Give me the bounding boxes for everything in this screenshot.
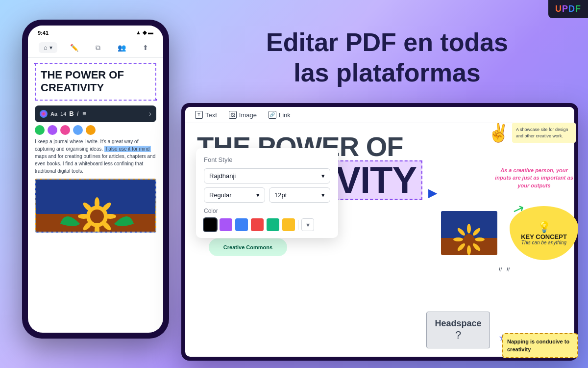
creative-commons-button[interactable]: Creative Commons — [209, 238, 287, 256]
hero-title-line1: Editar PDF en todas — [266, 28, 508, 56]
link-tool[interactable]: 🔗 Link — [269, 111, 291, 119]
text-icon: T — [195, 111, 203, 119]
phone-pen-icon[interactable]: ✏️ — [67, 41, 81, 54]
color-pink[interactable] — [60, 125, 70, 135]
style-dropdown-icon: ▾ — [256, 191, 260, 199]
phone-time: 9:41 — [38, 30, 49, 36]
font-style-panel: Font Style Rajdhanji ▾ Regular ▾ 12pt ▾ … — [196, 148, 338, 238]
svg-point-18 — [475, 237, 485, 241]
color-section-label: Color — [204, 208, 330, 214]
headspace-box: Headspace ? — [426, 312, 490, 348]
align-button[interactable]: ≡ — [82, 110, 86, 117]
key-concept-title: KEY CONCEPT — [521, 234, 567, 240]
hero-title-line2: las plataformas — [294, 58, 481, 87]
headspace-question: ? — [455, 329, 461, 342]
text-tool[interactable]: T Text — [195, 111, 217, 119]
color-green[interactable] — [35, 125, 45, 135]
font-aa-label: Aa — [50, 111, 57, 117]
creative-commons-label: Creative Commons — [223, 244, 272, 250]
hero-text: Editar PDF en todas las plataformas — [211, 27, 564, 88]
phone-screen: 9:41 ▲ ◆ ▬ ⌂▾ ✏️ ⧉ 👥 ⬆ THE POWER OF CREA… — [28, 26, 163, 333]
phone-icons: ▲ ◆ ▬ — [136, 29, 153, 36]
napping-box: Napping is conducive to creativity — [502, 333, 578, 358]
swatch-yellow[interactable] — [282, 218, 295, 231]
svg-point-3 — [90, 210, 104, 223]
color-blue[interactable] — [73, 125, 83, 135]
divider — [298, 220, 298, 230]
headspace-label: Headspace — [435, 318, 481, 329]
phone-mockup: 9:41 ▲ ◆ ▬ ⌂▾ ✏️ ⧉ 👥 ⬆ THE POWER OF CREA… — [22, 20, 169, 339]
image-label: Image — [239, 111, 257, 119]
font-name-value: Rajdhanji — [209, 172, 236, 180]
phone-status-bar: 9:41 ▲ ◆ ▬ — [28, 26, 163, 38]
svg-point-6 — [104, 214, 116, 219]
link-icon: 🔗 — [269, 111, 276, 119]
font-name-row: Rajdhanji ▾ — [204, 168, 330, 184]
peace-emoji: ✌️ — [488, 123, 510, 143]
svg-point-10 — [78, 214, 90, 219]
phone-toolbar[interactable]: ⌂▾ ✏️ ⧉ 👥 ⬆ — [28, 38, 163, 58]
phone-title-box: THE POWER OF CREATIVITY — [35, 63, 156, 101]
font-size-label: 14 — [60, 111, 66, 117]
svg-point-4 — [95, 197, 99, 209]
tablet-toolbar: T Text 🖼 Image 🔗 Link — [185, 107, 574, 123]
phone-users-icon[interactable]: 👥 — [115, 41, 128, 54]
updf-logo: UPDF — [548, 0, 588, 18]
highlighted-text: I also use it for mind — [104, 146, 151, 152]
size-dropdown-icon: ▾ — [321, 191, 325, 199]
phone-copy-icon[interactable]: ⧉ — [91, 41, 105, 54]
sunflower-svg — [36, 180, 156, 233]
logo-p: P — [562, 4, 568, 14]
sunflower-photo-right — [441, 211, 497, 255]
link-label: Link — [279, 111, 291, 119]
color-row — [35, 125, 156, 135]
font-panel-title: Font Style — [204, 156, 330, 163]
color-purple[interactable] — [48, 125, 57, 135]
bulb-icon: 💡 — [538, 221, 551, 234]
phone-document-title: THE POWER OF CREATIVITY — [41, 69, 150, 95]
font-name-select[interactable]: Rajdhanji ▾ — [204, 168, 330, 184]
swatch-red[interactable] — [251, 218, 264, 231]
font-size-select[interactable]: 12pt ▾ — [269, 187, 330, 203]
phone-share-icon[interactable]: ⬆ — [139, 41, 152, 54]
image-tool[interactable]: 🖼 Image — [229, 111, 257, 119]
sunflower-svg-right — [441, 211, 497, 255]
swatch-black[interactable] — [204, 218, 217, 231]
font-style-size-row: Regular ▾ 12pt ▾ — [204, 187, 330, 203]
swatch-blue[interactable] — [235, 218, 248, 231]
phone-sunflower-image — [35, 179, 156, 233]
font-style-select[interactable]: Regular ▾ — [204, 187, 265, 203]
more-colors-button[interactable]: ▾ — [301, 218, 314, 231]
svg-point-22 — [453, 237, 463, 241]
font-size-value: 12pt — [274, 191, 287, 199]
italic-button[interactable]: I — [77, 110, 79, 117]
svg-point-20 — [467, 245, 471, 255]
image-icon: 🖼 — [229, 111, 237, 119]
logo-d: D — [568, 4, 575, 14]
italic-quote: As a creative person, your inputs are ju… — [495, 167, 573, 189]
swatch-green[interactable] — [267, 218, 279, 231]
key-concept-sub: This can be anything — [521, 240, 566, 245]
logo-f: F — [575, 4, 581, 14]
font-style-value: Regular — [209, 191, 232, 199]
color-orange[interactable] — [86, 125, 96, 135]
svg-point-16 — [467, 224, 471, 234]
logo-u: U — [555, 4, 562, 14]
squiggle-deco: 〃〃 — [496, 265, 512, 275]
bold-button[interactable]: B — [69, 110, 74, 117]
svg-point-15 — [464, 234, 474, 245]
sunflower-photo-bg — [441, 211, 497, 255]
font-dropdown-icon: ▾ — [321, 172, 325, 180]
swatch-purple[interactable] — [220, 218, 232, 231]
phone-body-text: I keep a journal where I write. It's a g… — [35, 138, 156, 175]
phone-content: THE POWER OF CREATIVITY Aa 14 B I ≡ › I … — [28, 58, 163, 237]
color-swatches: ▾ — [204, 218, 330, 231]
phone-format-bar[interactable]: Aa 14 B I ≡ › — [35, 105, 156, 122]
showcase-text: A showcase site for design and other cre… — [512, 123, 576, 143]
color-picker-icon[interactable] — [40, 110, 48, 118]
phone-home-button[interactable]: ⌂▾ — [39, 42, 57, 53]
more-button[interactable]: › — [149, 109, 151, 118]
text-label: Text — [205, 111, 217, 119]
cursor-arrow: ▶ — [428, 186, 437, 200]
